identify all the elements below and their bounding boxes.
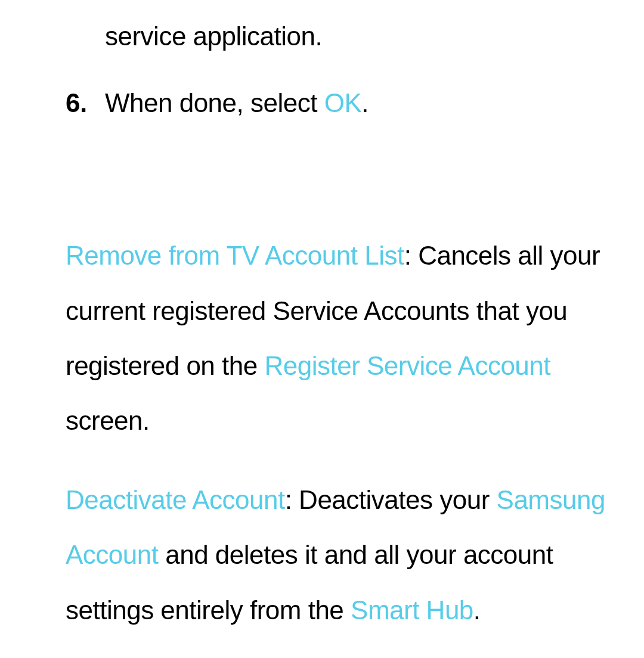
step-6-suffix: . — [361, 88, 369, 117]
para2-text1: : Deactivates your — [285, 485, 497, 514]
para1-text2: screen. — [66, 406, 150, 435]
deactivate-account-description: Deactivate Account: Deactivates your Sam… — [66, 473, 620, 638]
smart-hub-label: Smart Hub — [351, 595, 473, 625]
step-6: 6. When done, select OK. — [66, 85, 620, 122]
step-6-prefix: When done, select — [105, 88, 324, 117]
continued-text: service application. — [105, 18, 620, 55]
para2-text3: . — [473, 595, 481, 625]
step-text: When done, select OK. — [105, 85, 620, 122]
register-service-account-label: Register Service Account — [264, 351, 550, 380]
remove-from-tv-account-list-description: Remove from TV Account List: Cancels all… — [66, 228, 620, 449]
ok-label: OK — [324, 88, 362, 117]
deactivate-account-label: Deactivate Account — [66, 485, 285, 514]
step-number: 6. — [66, 85, 105, 122]
remove-from-tv-account-list-label: Remove from TV Account List — [66, 241, 404, 270]
